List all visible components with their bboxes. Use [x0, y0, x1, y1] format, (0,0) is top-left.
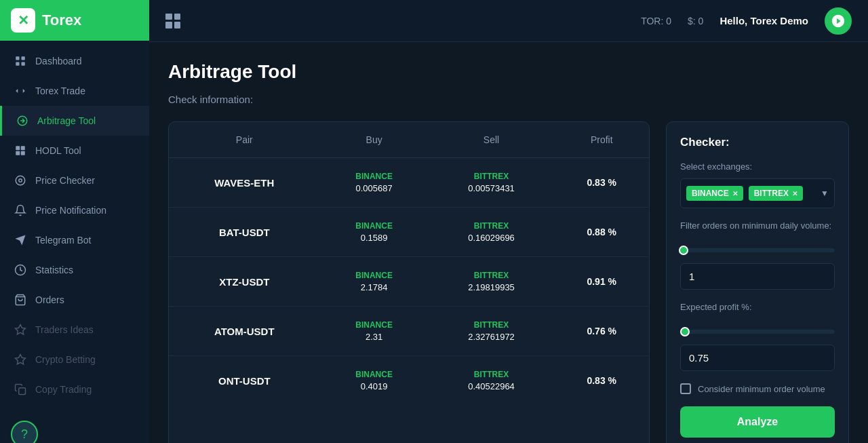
- cell-sell: BITTREX 2.19819935: [429, 257, 555, 307]
- sidebar-item-price-checker[interactable]: Price Checker: [0, 166, 149, 195]
- exchange-dropdown-arrow[interactable]: ▼: [821, 189, 829, 198]
- sidebar-item-statistics[interactable]: Statistics: [0, 255, 149, 285]
- price-notification-icon: [14, 204, 27, 217]
- main-content: TOR: 0 $: 0 Hello, Torex Demo Arbitrage …: [149, 0, 868, 443]
- header-left: [165, 14, 180, 28]
- cell-pair: WAVES-ETH: [169, 158, 320, 208]
- analyze-button[interactable]: Analyze: [680, 406, 835, 438]
- volume-slider-thumb[interactable]: [679, 246, 688, 255]
- tag-binance-close[interactable]: ✕: [732, 190, 738, 197]
- col-buy: Buy: [320, 122, 429, 158]
- orders-label: Orders: [35, 294, 64, 305]
- sidebar-bottom: ?: [0, 410, 149, 443]
- dashboard-label: Dashboard: [35, 56, 82, 66]
- svg-rect-5: [16, 146, 20, 150]
- traders-ideas-icon: [14, 323, 27, 336]
- profit-slider-track[interactable]: [680, 330, 835, 334]
- svg-rect-1: [22, 56, 25, 60]
- profit-input[interactable]: [681, 345, 834, 370]
- section-label: Check information:: [168, 94, 849, 105]
- telegram-bot-label: Telegram Bot: [35, 235, 91, 246]
- sidebar-item-dashboard[interactable]: Dashboard: [0, 46, 149, 76]
- logo-text: Torex: [42, 12, 81, 29]
- sidebar-item-torex-trade[interactable]: Torex Trade: [0, 76, 149, 106]
- cell-buy: BINANCE 2.1784: [320, 257, 429, 307]
- price-checker-icon: [14, 174, 27, 187]
- svg-marker-13: [16, 325, 26, 334]
- copy-trading-icon: [14, 383, 27, 396]
- header-right: TOR: 0 $: 0 Hello, Torex Demo: [641, 7, 852, 35]
- sidebar-item-orders[interactable]: Orders: [0, 285, 149, 315]
- crypto-betting-label: Crypto Betting: [35, 354, 96, 365]
- statistics-label: Statistics: [35, 265, 73, 275]
- table-row: XTZ-USDT BINANCE 2.1784 BITTREX 2.198199…: [169, 257, 649, 307]
- page-title: Arbitrage Tool: [168, 61, 849, 83]
- dashboard-icon: [14, 54, 27, 68]
- select-label: Select exchanges:: [680, 161, 835, 172]
- header: TOR: 0 $: 0 Hello, Torex Demo: [149, 0, 868, 42]
- page-content: Arbitrage Tool Check information: Pair B…: [149, 42, 868, 443]
- col-pair: Pair: [169, 122, 320, 158]
- volume-slider-track[interactable]: [680, 248, 835, 252]
- col-sell: Sell: [429, 122, 555, 158]
- svg-rect-8: [21, 151, 25, 155]
- col-profit: Profit: [554, 122, 649, 158]
- torex-trade-label: Torex Trade: [35, 85, 85, 96]
- content-row: Pair Buy Sell Profit WAVES-ETH BINANCE 0…: [168, 121, 849, 443]
- arbitrage-table-container: Pair Buy Sell Profit WAVES-ETH BINANCE 0…: [168, 121, 650, 443]
- checker-title: Checker:: [680, 136, 835, 149]
- torex-trade-icon: [14, 84, 27, 98]
- sidebar-item-arbitrage-tool[interactable]: Arbitrage Tool: [0, 106, 149, 136]
- sidebar: ✕ Torex Dashboard Torex Trade Arbitrage …: [0, 0, 149, 443]
- copy-trading-label: Copy Trading: [35, 384, 92, 395]
- greeting-text: Hello, Torex Demo: [719, 15, 808, 26]
- cell-pair: ONT-USDT: [169, 356, 320, 406]
- exchange-tags-container[interactable]: BINANCE ✕ BITTREX ✕ ▼: [680, 178, 835, 208]
- svg-rect-7: [16, 151, 20, 155]
- profit-section: Expected profit %:: [680, 302, 835, 371]
- profit-slider-thumb[interactable]: [680, 327, 690, 336]
- tor-stat: TOR: 0: [641, 16, 671, 26]
- price-checker-label: Price Checker: [35, 175, 95, 186]
- cell-buy: BINANCE 0.005687: [320, 158, 429, 208]
- tag-bittrex-close[interactable]: ✕: [792, 190, 797, 197]
- sidebar-logo[interactable]: ✕ Torex: [0, 0, 149, 41]
- volume-input[interactable]: [681, 264, 826, 289]
- support-button[interactable]: ?: [11, 421, 38, 443]
- profit-input-container: [680, 345, 835, 371]
- checkbox-row: Consider minimum order volume: [680, 383, 835, 394]
- arbitrage-table: Pair Buy Sell Profit WAVES-ETH BINANCE 0…: [169, 122, 649, 405]
- sidebar-item-crypto-betting: Crypto Betting: [0, 345, 149, 374]
- user-avatar[interactable]: [825, 7, 852, 35]
- tag-bittrex[interactable]: BITTREX ✕: [749, 186, 803, 201]
- min-order-checkbox[interactable]: [680, 383, 691, 394]
- cell-pair: XTZ-USDT: [169, 257, 320, 307]
- sidebar-item-hodl-tool[interactable]: HODL Tool: [0, 136, 149, 166]
- nav-items: Dashboard Torex Trade Arbitrage Tool HOD…: [0, 41, 149, 410]
- svg-rect-0: [16, 56, 19, 60]
- grid-icon[interactable]: [165, 14, 180, 28]
- arbitrage-tool-label: Arbitrage Tool: [37, 115, 96, 126]
- tag-binance[interactable]: BINANCE ✕: [686, 186, 743, 201]
- sidebar-item-price-notification[interactable]: Price Notification: [0, 195, 149, 225]
- cell-pair: ATOM-USDT: [169, 307, 320, 356]
- svg-point-9: [16, 176, 25, 185]
- cell-sell: BITTREX 2.32761972: [429, 307, 555, 356]
- table-row: WAVES-ETH BINANCE 0.005687 BITTREX 0.005…: [169, 158, 649, 208]
- svg-rect-14: [19, 388, 26, 395]
- sidebar-item-telegram-bot[interactable]: Telegram Bot: [0, 225, 149, 255]
- cell-buy: BINANCE 0.1589: [320, 208, 429, 257]
- checkbox-label: Consider minimum order volume: [698, 384, 825, 394]
- filter-label: Filter orders on minimum daily volume:: [680, 220, 835, 231]
- sidebar-item-copy-trading: Copy Trading: [0, 374, 149, 404]
- table-header-row: Pair Buy Sell Profit: [169, 122, 649, 158]
- volume-unit: BTC: [826, 271, 835, 282]
- table-row: ATOM-USDT BINANCE 2.31 BITTREX 2.3276197…: [169, 307, 649, 356]
- arbitrage-tool-icon: [16, 114, 29, 128]
- traders-ideas-label: Traders Ideas: [35, 324, 94, 335]
- volume-input-container: BTC: [680, 263, 835, 290]
- cell-profit: 0.91 %: [554, 257, 649, 307]
- table-head: Pair Buy Sell Profit: [169, 122, 649, 158]
- svg-rect-6: [21, 146, 25, 150]
- select-exchanges-section: Select exchanges: BINANCE ✕ BITTREX ✕ ▼: [680, 161, 835, 208]
